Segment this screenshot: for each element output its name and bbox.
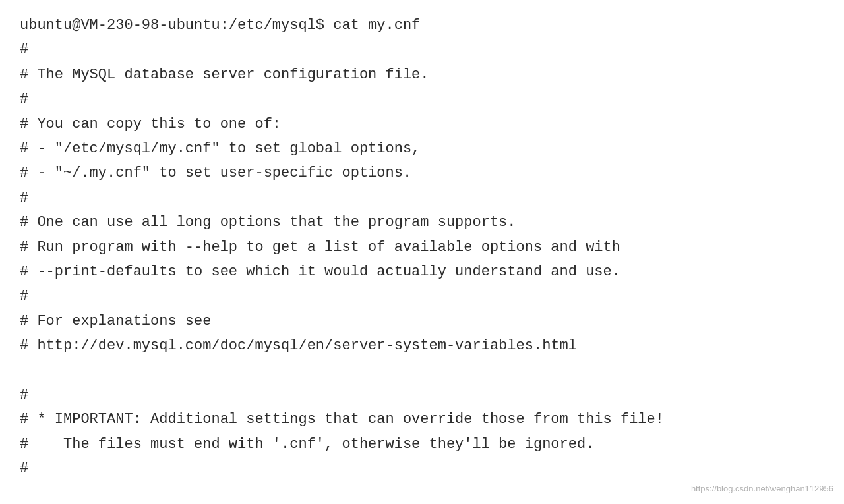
terminal-output: ubuntu@VM-230-98-ubuntu:/etc/mysql$ cat … [20, 13, 824, 504]
watermark: https://blog.csdn.net/wenghan112956 [691, 482, 833, 496]
